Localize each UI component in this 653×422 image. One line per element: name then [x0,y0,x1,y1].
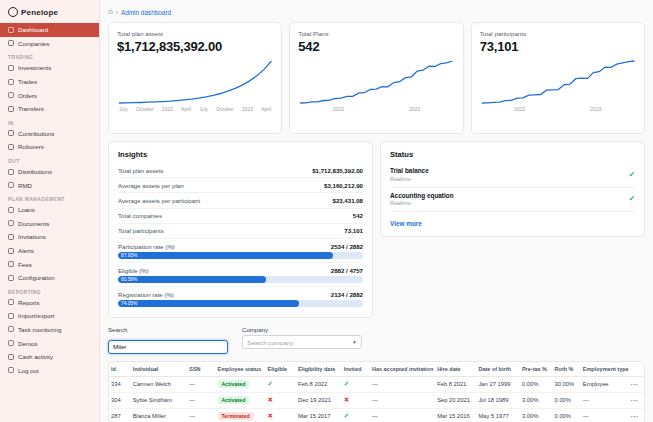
insight-progress-top: Participation rate (%)2534 / 2882 [118,243,363,250]
sidebar-item-label: Contributions [18,130,54,137]
sidebar-item-contributions[interactable]: Contributions [0,127,99,141]
x-tick-label: October [216,106,234,112]
sidebar-item-demos[interactable]: Demos [0,336,99,350]
sidebar-item-investments[interactable]: Investments [0,61,99,75]
insight-value: $23,431.08 [333,197,364,204]
sidebar-item-dashboard[interactable]: Dashboard [0,23,99,37]
insights-title: Insights [118,150,363,159]
column-header-invited: Invited [342,362,370,377]
row-actions-button[interactable]: ··· [631,397,639,404]
progress-bar-track: 74.05% [118,300,363,307]
x-tick-label: 2023 [242,106,253,112]
sidebar-item-rollovers[interactable]: Rollovers [0,140,99,154]
sidebar-item-import-export[interactable]: Import/export [0,309,99,323]
x-tick-label: October [136,106,154,112]
sidebar-item-label: Reports [18,299,40,306]
cell-invited: ✓ [342,408,370,422]
row-actions-button[interactable]: ··· [631,381,639,388]
sidebar: Penelope DashboardCompaniesTRADINGInvest… [0,0,100,422]
x-tick-label: 2022 [162,106,173,112]
stat-card-chart [480,57,636,105]
x-axis-labels: 20222023 [298,105,454,112]
cell-eligible: ✕ [266,392,296,408]
logo-text: Penelope [21,8,58,17]
demos-icon [8,340,14,346]
cell-employment-type: Employee [581,376,629,392]
fees-icon [8,261,14,267]
x-tick-label: 2022 [514,106,525,112]
status-item-accounting-equation: Accounting equationRealtime✓ [390,188,635,213]
sidebar-item-label: RMD [18,182,32,189]
insight-row-eligible: Eligible (%)2882 / 475760.58% [118,263,363,287]
sidebar-item-cash-activity[interactable]: Cash activity [0,350,99,364]
row-actions-button[interactable]: ··· [631,413,639,420]
cell-pre-tax: 3.00% [520,408,553,422]
cell-invited: ✓ [342,376,370,392]
breadcrumb-current[interactable]: Admin dashboard [121,9,171,16]
company-select[interactable]: Search company ▼ [242,335,362,349]
column-header-id: Id [109,362,131,377]
cell-actions: ··· [629,376,644,392]
cell-employee-status: Activated [216,376,266,392]
import-export-icon [8,313,14,319]
status-item-title: Accounting equation [390,192,454,199]
cell-eligibility-date: Dec 19 2021 [296,392,342,408]
insight-label: Total plan assets [118,167,163,174]
sidebar-item-documents[interactable]: Documents [0,217,99,231]
sidebar-item-loans[interactable]: Loans [0,203,99,217]
sidebar-item-label: Alerts [18,247,34,254]
status-card: Status Trial balanceRealtime✓Accounting … [380,141,645,237]
sidebar-section-in: IN [0,116,99,127]
cell-hire-date: Sep 20 2021 [435,392,476,408]
progress-bar-fill: 87.93% [118,252,333,259]
cell-eligibility-date: Feb 8 2022 [296,376,342,392]
view-more-link[interactable]: View more [390,220,422,227]
table-row: 304Sybie Sindham—Activated✕Dec 19 2021✕—… [109,392,644,408]
sidebar-item-distributions[interactable]: Distributions [0,165,99,179]
sidebar-item-log-out[interactable]: Log out [0,363,99,377]
sidebar-item-rmd[interactable]: RMD [0,178,99,192]
insight-value: 2882 / 4757 [331,267,363,274]
sidebar-item-companies[interactable]: Companies [0,37,99,51]
stat-card-value: $1,712,835,392.00 [117,39,273,54]
mid-row: Insights Total plan assets$1,712,835,392… [108,141,645,318]
stat-card-value: 73,101 [480,39,636,54]
stat-card-title: Total Plans [298,30,454,37]
sidebar-item-trades[interactable]: Trades [0,75,99,89]
cell-has-accepted-invitation: — [370,408,435,422]
table-row: 287Blanca Miller—Terminated✕Mar 15 2017✓… [109,408,644,422]
sidebar-item-label: Fees [18,261,32,268]
sidebar-item-configuration[interactable]: Configuration [0,271,99,285]
investments-icon [8,65,14,71]
cell-ssn: — [187,408,215,422]
insight-label: Total participants [118,227,164,234]
check-icon: ✓ [629,170,635,179]
table-body: 334Carmen Welch—Activated✓Feb 8 2022✓—Fe… [109,376,644,422]
companies-icon [8,40,14,46]
cell-eligibility-date: Mar 15 2017 [296,408,342,422]
sidebar-item-task-monitoring[interactable]: Task monitoring [0,323,99,337]
home-icon[interactable]: ⌂ [108,8,113,16]
reports-icon [8,299,14,305]
search-input[interactable] [108,340,228,354]
dashboard-icon [8,27,14,33]
cell-hire-date: Mar 15 2016 [435,408,476,422]
sidebar-item-transfers[interactable]: Transfers [0,102,99,116]
sidebar-item-orders[interactable]: Orders [0,88,99,102]
sidebar-section-trading: TRADING [0,50,99,61]
sidebar-item-alerts[interactable]: Alerts [0,244,99,258]
insight-label: Registration rate (%) [118,291,174,298]
sidebar-item-fees[interactable]: Fees [0,257,99,271]
sidebar-item-label: Rollovers [18,143,44,150]
participants-table: IdIndividualSSNEmployee statusEligibleEl… [109,362,644,422]
cell-actions: ··· [629,408,644,422]
sidebar-item-reports[interactable]: Reports [0,296,99,310]
sidebar-item-invitations[interactable]: Invitations [0,230,99,244]
cell-id: 304 [109,392,131,408]
cash-activity-icon [8,354,14,360]
stat-card-title: Total participants [480,30,636,37]
participants-table-card: IdIndividualSSNEmployee statusEligibleEl… [108,361,645,422]
sidebar-item-label: Dashboard [18,26,48,33]
app: Penelope DashboardCompaniesTRADINGInvest… [0,0,653,422]
column-header-employment-type: Employment type [581,362,629,377]
